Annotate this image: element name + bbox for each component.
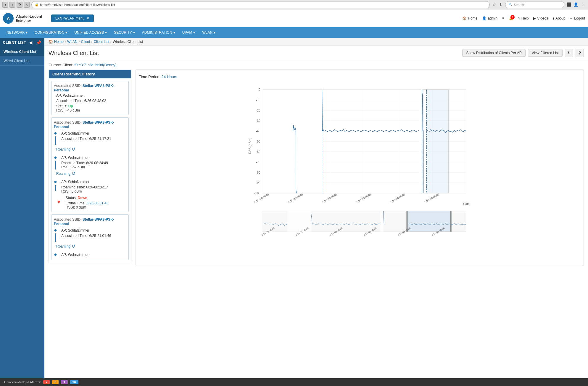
svg-text:-10: -10 <box>256 98 260 102</box>
user-icon[interactable]: 👤 <box>573 2 579 7</box>
alarm-yellow-badge[interactable]: 0 <box>52 380 59 384</box>
view-filtered-btn[interactable]: View Filtered List <box>528 49 563 57</box>
browser-actions: ☆ ⬇ <box>492 2 503 7</box>
svg-text:-60: -60 <box>256 150 260 154</box>
roaming-time-2c: Roaming Time: 6/26-08:26:17 <box>59 185 108 189</box>
time-period-value[interactable]: 24 Hours <box>162 75 177 79</box>
browser-search[interactable]: 🔍 Search <box>505 1 564 8</box>
ap-info-3a: AP: Schlafzimmer <box>59 228 111 232</box>
reload-btn[interactable]: ↻ <box>17 2 22 8</box>
ssid-label-3: Associated SSID: <box>54 217 83 222</box>
roaming-time-2b: Roaming Time: 6/26-08:24:49 <box>59 161 108 165</box>
alarm-label: Unacknowledged Alarms: <box>4 380 41 384</box>
status-value-2: Down <box>78 196 88 200</box>
videos-nav-item[interactable]: ▶ Videos <box>533 16 548 20</box>
header-right: 🏠 Home 👤 admin ≡ 🔔 1 ? Help ▶ Videos ℹ A… <box>462 16 585 20</box>
roaming-section-2: Associated SSID: Stellar-WPA3-PSK-Person… <box>51 117 129 212</box>
timeline-2: ● AP: Schlafzimmer Associated Time: 6/25… <box>54 130 126 145</box>
alarm-blue-badge[interactable]: 26 <box>70 380 78 384</box>
about-label: About <box>555 16 565 20</box>
nav-network[interactable]: NETWORK ▾ <box>3 27 31 38</box>
help-btn[interactable]: ? <box>576 49 584 57</box>
logout-nav-item[interactable]: → Logout <box>569 16 585 20</box>
home-btn[interactable]: ⌂ <box>24 2 30 8</box>
status-row-2: Status: Down <box>63 196 109 200</box>
forward-btn[interactable]: › <box>9 2 15 8</box>
sidebar-wired-label: Wired Client List <box>4 59 29 63</box>
client-label: Current Client: <box>49 63 73 67</box>
back-btn[interactable]: ‹ <box>2 2 8 8</box>
show-distribution-btn[interactable]: Show Distribution of Clients Per AP <box>462 49 525 57</box>
sidebar: CLIENT LIST ◀ 📌 Wireless Client List Wir… <box>0 38 44 385</box>
menu-icon[interactable]: ⋮ <box>580 2 586 7</box>
admin-nav-item[interactable]: 👤 admin <box>482 16 497 20</box>
rssi-2b: RSSI: -57 dBm <box>59 165 108 169</box>
menu-nav-item[interactable]: ≡ <box>502 16 504 20</box>
sidebar-pin-btn[interactable]: 📌 <box>36 40 41 45</box>
nav-upam[interactable]: UPAM ▾ <box>179 27 199 38</box>
rssi-2c: RSSI: 0 dBm <box>59 189 108 193</box>
main-chart: RSSI(dBm) 0 -10 -20 -30 -40 -50 <box>139 81 581 208</box>
status-row-1: Status: Up <box>54 104 126 108</box>
breadcrumb-client-list[interactable]: Client List <box>94 40 109 44</box>
sidebar-header: CLIENT LIST ◀ 📌 <box>0 38 44 47</box>
svg-text:Date: Date <box>463 202 470 206</box>
ssid-label-1: Associated SSID: <box>54 84 83 88</box>
nav-configuration[interactable]: CONFIGURATION ▾ <box>31 27 71 38</box>
about-nav-item[interactable]: ℹ About <box>553 16 565 20</box>
breadcrumb-client[interactable]: Client <box>81 40 90 44</box>
svg-text:6/26-03:00:00: 6/26-03:00:00 <box>356 193 371 204</box>
nav-unified-access[interactable]: UNIFIED ACCESS ▾ <box>71 27 110 38</box>
nav-wlan[interactable]: WLAN ▾ <box>199 27 219 38</box>
hamburger-icon: ≡ <box>502 16 504 20</box>
main-layout: CLIENT LIST ◀ 📌 Wireless Client List Wir… <box>0 38 588 385</box>
bookmark-icon[interactable]: ☆ <box>492 2 497 7</box>
sidebar-item-wireless[interactable]: Wireless Client List <box>0 47 44 56</box>
svg-text:-50: -50 <box>256 140 260 143</box>
ssid-label-2: Associated SSID: <box>54 120 83 125</box>
svg-text:-20: -20 <box>256 109 260 112</box>
home-icon-small: 🏠 <box>49 40 53 44</box>
svg-rect-48 <box>450 211 452 232</box>
ap-info-3b: AP: Wohnzimmer <box>59 253 89 257</box>
lan-wlan-label: LAN+WLAN menu <box>55 16 84 20</box>
svg-text:-70: -70 <box>256 161 260 164</box>
breadcrumb-wlan[interactable]: WLAN <box>67 40 78 44</box>
alarm-purple-badge[interactable]: 1 <box>61 380 67 384</box>
svg-text:6/26-06:00:00: 6/26-06:00:00 <box>390 193 405 204</box>
ap-info-2b: AP: Wohnzimmer <box>59 156 108 160</box>
breadcrumb-home[interactable]: Home <box>54 40 64 44</box>
client-info: Current Client: f0:c3:71:2e:fd:8d(Benny) <box>44 60 588 70</box>
url-bar[interactable]: 🔒 https://omnivista.home/#/client/client… <box>31 1 490 8</box>
assoc-time-3a: Associated Time: 6/25-21:01:46 <box>59 234 111 238</box>
help-nav-item[interactable]: ? Help <box>518 16 529 20</box>
roaming-card-header: Client Roaming History <box>49 70 131 78</box>
roaming-badge-3: Roaming ↺ <box>56 243 75 249</box>
home-nav-item[interactable]: 🏠 Home <box>462 16 477 20</box>
refresh-btn[interactable]: ↻ <box>565 49 573 57</box>
sidebar-collapse-btn[interactable]: ◀ <box>29 40 33 45</box>
chart-area: Time Period: 24 Hours RSSI(dBm) 0 -10 -2… <box>136 70 584 266</box>
browser-nav[interactable]: ‹ › ↻ ⌂ <box>2 2 30 8</box>
extensions-icon[interactable]: ⬛ <box>566 2 571 7</box>
breadcrumb: 🏠 Home › WLAN › Client › Client List › W… <box>44 38 588 46</box>
svg-rect-46 <box>407 211 452 232</box>
timeline-2c: ● AP: Schlafzimmer Roaming Time: 6/26-08… <box>54 179 126 193</box>
nav-administration[interactable]: ADMINISTRATION ▾ <box>138 27 179 38</box>
sidebar-item-wired[interactable]: Wired Client List <box>0 56 44 66</box>
lan-wlan-btn[interactable]: LAN+WLAN menu ▼ <box>51 14 94 22</box>
download-icon[interactable]: ⬇ <box>498 2 503 7</box>
client-mac[interactable]: f0:c3:71:2e:fd:8d(Benny) <box>74 63 116 67</box>
alarm-red-badge[interactable]: 7 <box>43 380 50 384</box>
sidebar-title: CLIENT LIST <box>3 41 26 45</box>
rssi-row-1: RSSI: -40 dBm <box>54 108 126 112</box>
ssid-row-1: Associated SSID: Stellar-WPA3-PSK-Person… <box>54 83 126 92</box>
ssid-row-3: Associated SSID: Stellar-WPA3-PSK-Person… <box>54 217 126 226</box>
video-icon: ▶ <box>533 16 536 20</box>
nav-security[interactable]: SECURITY ▾ <box>110 27 138 38</box>
bell-nav-item[interactable]: 🔔 1 <box>509 16 513 20</box>
svg-rect-40 <box>419 90 422 193</box>
time-period: Time Period: 24 Hours <box>139 73 581 81</box>
ap-info-2a: AP: Schlafzimmer <box>59 131 111 135</box>
svg-text:-90: -90 <box>256 181 260 185</box>
